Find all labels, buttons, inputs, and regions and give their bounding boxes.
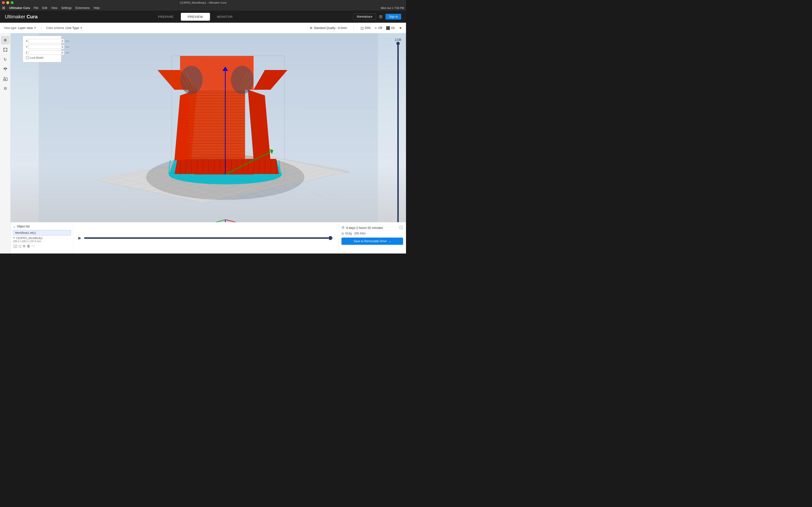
tab-prepare[interactable]: PREPARE	[151, 13, 181, 21]
menu-bar-right: Wed Jun 1 7:50 PM	[381, 6, 404, 9]
progress-track[interactable]	[84, 237, 334, 239]
color-scheme-group: Color scheme Line Type ▼	[46, 26, 83, 30]
window-title: CE3PRO_MeshBody1 - Ultimaker Cura	[180, 1, 226, 4]
sidebar-mirror-icon[interactable]	[1, 65, 10, 73]
expand-button[interactable]: ▼	[399, 26, 402, 30]
lock-model-label: Lock Model	[30, 56, 43, 59]
svg-rect-8	[3, 79, 5, 80]
apple-menu[interactable]: ⌘	[2, 6, 5, 10]
layer-slider-thumb-top[interactable]	[396, 42, 400, 45]
signin-button[interactable]: Sign in	[386, 14, 401, 19]
object-list-header[interactable]: ⌄ Object list	[13, 225, 71, 228]
progress-thumb	[328, 236, 332, 240]
object-icon-delete[interactable]: 🗑	[27, 244, 30, 248]
window-controls[interactable]	[2, 1, 13, 4]
app-header: Ultimaker Cura PREPARE PREVIEW MONITOR M…	[0, 11, 406, 23]
object-icon-duplicate[interactable]: ⧉	[23, 244, 26, 248]
menu-bar: ⌘ Ultimaker Cura File Edit View Settings…	[0, 5, 406, 11]
x-input[interactable]	[29, 39, 64, 43]
svg-marker-6	[4, 68, 5, 69]
color-scheme-value: Line Type	[65, 26, 79, 30]
view-type-label: View type	[4, 26, 16, 30]
svg-marker-7	[6, 68, 7, 69]
x-label: X	[26, 40, 28, 43]
toolbar: View type Layer view ▼ Color scheme Line…	[0, 23, 406, 33]
header-actions: Marketplace ⊞ Sign in	[353, 13, 401, 20]
print-time-value: 4 days 2 hours 52 minutes	[346, 226, 383, 230]
time-icon: ⏱	[342, 226, 345, 230]
layer-slider-track[interactable]	[397, 44, 399, 249]
print-weight-value: 613g · 205.43m	[345, 232, 365, 235]
save-label: Save to Removable Drive	[354, 239, 387, 243]
view-type-chevron: ▼	[34, 26, 36, 29]
maximize-button[interactable]	[11, 1, 13, 4]
sidebar-move-icon[interactable]: ✥	[1, 36, 10, 44]
print-weight-row: ◎ 613g · 205.43m	[342, 232, 403, 235]
marketplace-button[interactable]: Marketplace	[353, 13, 376, 20]
progress-fill	[84, 237, 328, 239]
print-time-text: ⏱ 4 days 2 hours 52 minutes	[342, 226, 383, 230]
menu-settings[interactable]: Settings	[61, 6, 71, 10]
svg-rect-70	[189, 90, 245, 159]
title-bar: CE3PRO_MeshBody1 - Ultimaker Cura	[0, 0, 406, 5]
tab-monitor[interactable]: MONITOR	[210, 13, 240, 21]
object-action-icons: ⬜ ◻ ⧉ 🗑 ⋯	[13, 244, 71, 248]
view-type-value: Layer view	[18, 26, 33, 30]
left-sidebar: ✥ ↻ ⚙	[0, 33, 11, 253]
menu-file[interactable]: File	[34, 6, 38, 10]
adhesion-icon: ⬛	[386, 26, 390, 30]
object-name-text: CE3PRO_MeshBody1	[16, 237, 43, 239]
object-icon-hollow-cube[interactable]: ◻	[18, 244, 21, 248]
quality-button[interactable]: ⚙ Standard Quality - 0.2mm	[310, 26, 347, 30]
menu-ultimaker-cura[interactable]: Ultimaker Cura	[9, 6, 30, 10]
info-icon[interactable]: ⓘ	[399, 225, 403, 230]
infill-group: ◫ 20%	[361, 26, 370, 30]
layer-slider[interactable]: 1238	[395, 38, 401, 249]
y-label: Y	[26, 45, 28, 48]
left-panel: X mm Y mm Z mm Lock Model	[23, 36, 61, 62]
sidebar-support-icon[interactable]	[1, 74, 10, 83]
adhesion-group: ⬛ On	[386, 26, 395, 30]
z-unit: mm	[65, 51, 69, 54]
bottom-bar: ⌄ Object list MeshBody1.stl(1) ✏ CE3PRO_…	[11, 222, 406, 253]
color-scheme-select[interactable]: Line Type ▼	[65, 26, 83, 30]
menu-edit[interactable]: Edit	[42, 6, 47, 10]
menu-view[interactable]: View	[51, 6, 57, 10]
object-icon-cube[interactable]: ⬜	[13, 244, 17, 248]
object-list-item[interactable]: MeshBody1.stl(1)	[13, 230, 71, 235]
object-list-panel: ⌄ Object list MeshBody1.stl(1) ✏ CE3PRO_…	[11, 222, 73, 253]
close-button[interactable]	[2, 1, 5, 4]
main-content: ✥ ↻ ⚙	[0, 33, 406, 253]
layer-number: 1238	[395, 38, 401, 42]
save-button[interactable]: Save to Removable Drive ⌄	[342, 237, 403, 245]
quality-icon: ⚙	[310, 26, 312, 30]
app-logo: Ultimaker Cura	[5, 14, 38, 19]
grid-icon[interactable]: ⊞	[379, 14, 383, 19]
sidebar-rotate-icon[interactable]: ↻	[1, 55, 10, 64]
menu-extensions[interactable]: Extensions	[75, 6, 90, 10]
edit-icon: ✏	[13, 236, 15, 239]
tab-preview[interactable]: PREVIEW	[181, 13, 210, 21]
object-list-title: Object list	[17, 225, 30, 228]
logo-text: Ultimaker Cura	[5, 14, 38, 19]
sidebar-scale-icon[interactable]	[1, 45, 10, 54]
object-name-row: ✏ CE3PRO_MeshBody1	[13, 236, 71, 239]
support-icon: ✧	[374, 26, 377, 30]
menu-help[interactable]: Help	[94, 6, 100, 10]
x-coord-row: X mm	[26, 39, 58, 43]
object-icon-more[interactable]: ⋯	[32, 244, 35, 248]
minimize-button[interactable]	[6, 1, 9, 4]
svg-marker-49	[174, 159, 279, 174]
lock-model-row: Lock Model	[26, 56, 58, 59]
viewport[interactable]: X mm Y mm Z mm Lock Model 1238	[11, 33, 406, 253]
playback-bar: ▶	[73, 222, 338, 253]
toolbar-right: ⚙ Standard Quality - 0.2mm ◫ 20% ✧ Off ⬛…	[310, 25, 402, 31]
play-button[interactable]: ▶	[78, 236, 81, 240]
sidebar-settings-icon[interactable]: ⚙	[1, 84, 10, 93]
z-input[interactable]	[29, 50, 64, 55]
toolbar-divider-1	[41, 25, 41, 31]
nav-tabs: PREPARE PREVIEW MONITOR	[151, 13, 240, 21]
lock-model-checkbox[interactable]	[26, 56, 29, 59]
view-type-select[interactable]: Layer view ▼	[18, 26, 36, 30]
y-input[interactable]	[29, 45, 64, 49]
